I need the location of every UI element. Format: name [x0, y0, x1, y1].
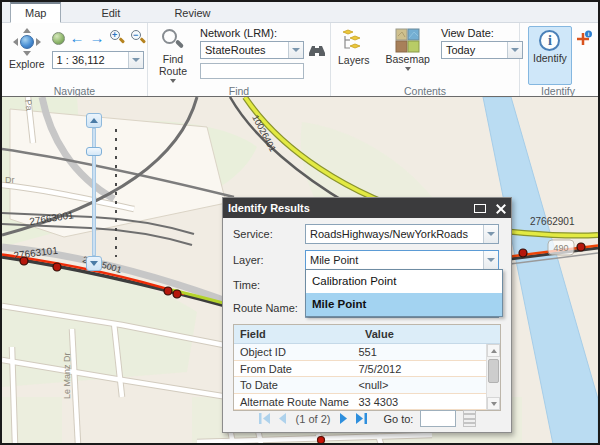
network-combo-arrow[interactable] [288, 42, 303, 58]
scale-combo-arrow[interactable] [128, 52, 143, 68]
zoom-out-icon[interactable]: − [131, 30, 147, 46]
street-label: Le Manz Dr [62, 352, 72, 399]
first-page-button[interactable] [258, 413, 271, 424]
goto-page-input[interactable] [420, 410, 456, 427]
group-navigate: Explore ← → + − [2, 23, 148, 100]
table-row: Object ID 551 [234, 344, 486, 361]
explore-button[interactable]: Explore [6, 26, 48, 85]
binoculars-icon[interactable] [308, 43, 326, 57]
zoom-slider[interactable] [86, 113, 102, 271]
full-extent-icon[interactable] [52, 32, 65, 45]
dialog-titlebar[interactable]: Identify Results [223, 198, 511, 218]
field-cell: Object ID [234, 344, 352, 360]
table-row: From Date 7/5/2012 [234, 361, 486, 378]
scroll-down-icon[interactable] [487, 397, 500, 410]
layer-label: Layer: [233, 254, 305, 266]
service-value: RoadsHighways/NewYorkRoads [306, 225, 483, 243]
zoom-slider-up-button[interactable] [86, 113, 102, 128]
identify-route-locations-icon[interactable]: i [575, 30, 592, 48]
basemap-label: Basemap [386, 53, 430, 65]
group-identify: i Identify i Identify [520, 23, 596, 100]
dialog-title: Identify Results [228, 202, 474, 214]
route-shield-490: 490 [548, 240, 574, 255]
street-label: Pa [23, 99, 34, 111]
zoom-slider-down-button[interactable] [86, 256, 102, 271]
layer-value: Mile Point [306, 251, 483, 269]
close-icon[interactable] [495, 203, 506, 214]
network-label: Network (LRM): [200, 27, 326, 39]
ribbon-body: Explore ← → + − [2, 23, 598, 100]
table-header: Field Value [234, 325, 500, 344]
service-combo[interactable]: RoadsHighways/NewYorkRoads [305, 224, 499, 244]
layers-label: Layers [338, 54, 370, 66]
find-route-icon [161, 28, 185, 52]
attributes-table: Field Value Object ID 551 From Date 7/5/… [233, 324, 501, 411]
value-cell: <null> [352, 377, 486, 393]
value-cell: 7/5/2012 [352, 361, 486, 377]
identify-button[interactable]: i Identify [528, 26, 572, 85]
group-find: Find Route Network (LRM): StateRoutes [148, 23, 331, 100]
scale-value: 1 : 36,112 [53, 52, 128, 68]
layer-combo-arrow[interactable] [483, 251, 498, 269]
scale-combo[interactable]: 1 : 36,112 [52, 51, 144, 69]
layers-button[interactable]: Layers [335, 26, 373, 85]
goto-spinner[interactable] [463, 410, 476, 427]
svg-text:490: 490 [553, 243, 568, 253]
chevron-down-icon [170, 79, 176, 83]
maximize-icon[interactable] [474, 204, 486, 213]
layer-row: Layer: Mile Point [233, 250, 499, 270]
table-row: Alternate Route Name 33 4303 [234, 394, 486, 411]
app-window: Map Edit Review Explore [0, 0, 600, 445]
goto-label: Go to: [383, 413, 413, 425]
tab-map[interactable]: Map [10, 2, 61, 23]
zoom-slider-thumb[interactable] [86, 147, 102, 156]
spinner-down-icon[interactable] [463, 419, 476, 428]
table-row: To Date <null> [234, 377, 486, 394]
view-date-value: Today [442, 42, 507, 58]
previous-page-button[interactable] [278, 413, 287, 424]
find-route-label: Find Route [155, 53, 191, 77]
zoom-in-icon[interactable]: + [110, 30, 126, 46]
dropdown-item-mile-point[interactable]: Mile Point [306, 293, 502, 316]
ribbon-tabbar: Map Edit Review [2, 2, 598, 23]
basemap-button[interactable]: Basemap [383, 26, 433, 85]
find-route-button[interactable]: Find Route [152, 26, 194, 85]
scrollbar-thumb[interactable] [488, 359, 499, 383]
map-canvas[interactable]: 490 27663001 27663101 27925001 10026401 … [2, 96, 598, 443]
dropdown-item-calibration-point[interactable]: Calibration Point [306, 270, 502, 293]
field-cell: Alternate Route Name [234, 394, 352, 410]
ribbon: Map Edit Review Explore [2, 2, 598, 96]
identify-results-dialog: Identify Results Service: RoadsHighways/… [222, 197, 512, 433]
tab-edit[interactable]: Edit [87, 4, 134, 22]
pagination-bar: (1 of 2) Go to: [223, 410, 511, 427]
network-combo[interactable]: StateRoutes [200, 41, 304, 59]
value-column-header: Value [359, 325, 500, 343]
route-name-label: Route Name: [233, 302, 305, 314]
tab-review[interactable]: Review [160, 4, 224, 22]
field-cell: From Date [234, 361, 352, 377]
layers-icon [341, 28, 367, 54]
back-arrow-icon[interactable]: ← [70, 31, 85, 45]
group-contents: Layers Basemap [331, 23, 520, 100]
street-label: Dr [5, 175, 15, 185]
layer-combo[interactable]: Mile Point [305, 250, 499, 270]
identify-icon: i [539, 30, 560, 51]
network-value: StateRoutes [201, 42, 288, 58]
view-date-combo[interactable]: Today [441, 41, 523, 59]
zoom-slider-ticks [115, 129, 117, 257]
route-search-input[interactable] [200, 63, 304, 79]
scroll-up-icon[interactable] [487, 344, 500, 357]
spinner-up-icon[interactable] [463, 410, 476, 419]
next-page-button[interactable] [339, 413, 348, 424]
last-page-button[interactable] [355, 413, 368, 424]
service-combo-arrow[interactable] [483, 225, 498, 243]
explore-label: Explore [9, 58, 45, 70]
view-date-label: View Date: [441, 27, 523, 39]
forward-arrow-icon[interactable]: → [90, 31, 105, 45]
table-scrollbar[interactable] [486, 344, 500, 410]
value-cell: 551 [352, 344, 486, 360]
field-cell: To Date [234, 377, 352, 393]
identify-label: Identify [533, 52, 567, 64]
route-label: 27662901 [530, 216, 575, 227]
service-row: Service: RoadsHighways/NewYorkRoads [233, 224, 499, 244]
